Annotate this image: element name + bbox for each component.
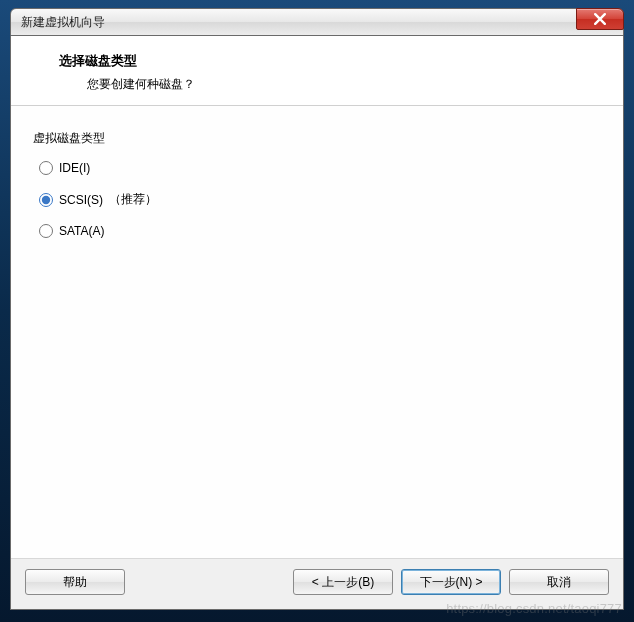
help-button[interactable]: 帮助 [25, 569, 125, 595]
next-button[interactable]: 下一步(N) > [401, 569, 501, 595]
group-label: 虚拟磁盘类型 [33, 130, 601, 147]
radio-option-scsi[interactable]: SCSI(S) （推荐） [39, 191, 601, 208]
radio-option-sata[interactable]: SATA(A) [39, 224, 601, 238]
recommended-label: （推荐） [109, 191, 157, 208]
back-button[interactable]: < 上一步(B) [293, 569, 393, 595]
page-title: 选择磁盘类型 [59, 52, 603, 70]
content-area: 虚拟磁盘类型 IDE(I) SCSI(S) （推荐） SATA(A) [11, 106, 623, 558]
page-subtitle: 您要创建何种磁盘？ [59, 76, 603, 93]
radio-sata-input[interactable] [39, 224, 53, 238]
close-icon [594, 13, 606, 25]
button-row: 帮助 < 上一步(B) 下一步(N) > 取消 [11, 558, 623, 609]
radio-option-ide[interactable]: IDE(I) [39, 161, 601, 175]
radio-ide-label: IDE(I) [59, 161, 90, 175]
radio-ide-input[interactable] [39, 161, 53, 175]
radio-scsi-input[interactable] [39, 193, 53, 207]
dialog-body: 选择磁盘类型 您要创建何种磁盘？ 虚拟磁盘类型 IDE(I) SCSI(S) （… [10, 36, 624, 610]
radio-scsi-label: SCSI(S) [59, 193, 103, 207]
close-button[interactable] [576, 8, 624, 30]
cancel-button[interactable]: 取消 [509, 569, 609, 595]
window-title: 新建虚拟机向导 [21, 14, 105, 31]
wizard-header: 选择磁盘类型 您要创建何种磁盘？ [11, 36, 623, 106]
titlebar: 新建虚拟机向导 [10, 8, 624, 36]
spacer [133, 569, 285, 595]
radio-sata-label: SATA(A) [59, 224, 105, 238]
